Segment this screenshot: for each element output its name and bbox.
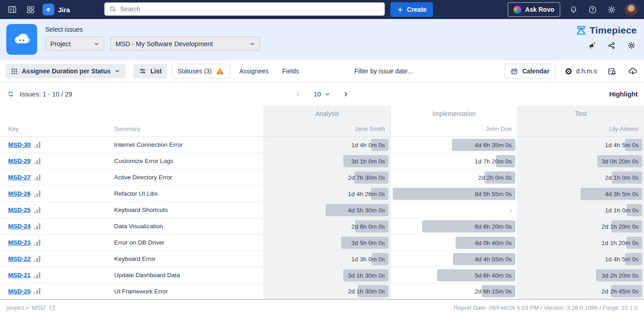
summary-column-header: Summary — [114, 106, 264, 136]
duration-cell: 4d 5h 30m 0s — [264, 202, 390, 218]
jql-text: project = 'MSD' — [6, 304, 46, 311]
fields-button[interactable]: Fields — [278, 64, 303, 78]
issue-summary: Data Visualization — [114, 218, 264, 234]
next-page-chevron[interactable] — [343, 91, 349, 97]
issue-key-link[interactable]: MSD-24 — [8, 223, 31, 230]
issue-key-link[interactable]: MSD-29 — [8, 158, 31, 164]
issue-chart-icon[interactable] — [34, 256, 41, 262]
external-link-icon[interactable] — [49, 304, 56, 311]
prev-page-chevron[interactable] — [295, 91, 301, 97]
report-toolbar: Assignee Duration per Status List Status… — [0, 60, 644, 82]
duration-cell: 1d 4h 0m 0s — [264, 137, 390, 153]
key-cell: MSD-23 — [0, 235, 114, 250]
duration-text: 4d 0h 40m 0s — [475, 239, 512, 246]
duration-cell: 3d 1h 0m 0s — [264, 153, 390, 169]
scope-dropdown[interactable]: Project — [45, 37, 104, 51]
duration-text: 2d 1h 20m 0s — [601, 223, 639, 230]
date-filter-trigger[interactable]: Filter by issue date... — [354, 67, 413, 75]
status-name: Analysis — [269, 110, 385, 117]
duration-format-toggle[interactable]: d.h.m.s — [564, 67, 597, 76]
report-info: Report Date: 09/Feb/26 5:03 PM / Version… — [454, 304, 638, 311]
issue-key-link[interactable]: MSD-25 — [8, 207, 31, 213]
warning-icon — [216, 67, 224, 76]
issue-key-link[interactable]: MSD-30 — [8, 141, 31, 148]
panel-action-icons — [587, 41, 637, 50]
duration-cell: - — [390, 202, 517, 218]
statuses-filter-button[interactable]: Statuses (3) — [172, 64, 230, 78]
settings-gear-icon[interactable] — [606, 4, 617, 15]
key-column-header: Key — [0, 106, 114, 136]
duration-text: 2d 2h 45m 0s — [601, 288, 639, 295]
table-row: MSD-27 Active Directory Error 2d 7h 30m … — [0, 169, 644, 186]
issue-chart-icon[interactable] — [34, 223, 41, 230]
ask-rovo-button[interactable]: Ask Rovo — [508, 2, 560, 17]
duration-cell: 1d 1h 0m 0s — [517, 202, 644, 218]
assignees-filter-button[interactable]: Assignees — [235, 64, 273, 78]
create-button-label: Create — [407, 6, 427, 13]
status-column-header-analysis: Analysis Jane Smith — [264, 106, 390, 136]
scheduled-report-icon[interactable] — [606, 65, 618, 77]
help-icon[interactable]: ? — [586, 4, 598, 15]
key-cell: MSD-21 — [0, 267, 114, 283]
app-name: Jira — [58, 6, 70, 14]
duration-text: 2d 2h 0m 0s — [478, 174, 512, 181]
issue-chart-icon[interactable] — [34, 142, 41, 148]
issue-key-link[interactable]: MSD-23 — [8, 239, 31, 246]
duration-text: 1d 1h 20m 0s — [601, 239, 639, 246]
search-box[interactable] — [104, 2, 385, 16]
status-column-header-test: Test Lily Adams — [517, 106, 644, 136]
table-header: Key Summary Analysis Jane Smith Implemen… — [0, 106, 644, 137]
scope-dropdown-value: Project — [50, 40, 71, 48]
issue-key-link[interactable]: MSD-21 — [8, 272, 31, 279]
project-dropdown[interactable]: MSD - My Software Development — [111, 37, 260, 51]
table-row: MSD-22 Keyboard Error 1d 3h 0m 0s 4d 4h … — [0, 251, 644, 267]
grid-icon — [11, 68, 18, 75]
report-type-dropdown[interactable]: Assignee Duration per Status — [5, 64, 125, 78]
view-list-button[interactable]: List — [134, 64, 167, 78]
duration-text: 1d 4h 5m 0s — [605, 255, 639, 262]
issue-chart-icon[interactable] — [34, 207, 41, 213]
issue-chart-icon[interactable] — [34, 174, 41, 181]
create-button[interactable]: Create — [390, 2, 433, 17]
export-cloud-download-icon[interactable] — [627, 65, 639, 77]
issue-chart-icon[interactable] — [34, 191, 41, 197]
user-avatar[interactable] — [625, 3, 638, 16]
key-cell: MSD-24 — [0, 218, 114, 234]
issue-chart-icon[interactable] — [34, 158, 41, 164]
notifications-bell-icon[interactable] — [567, 4, 579, 15]
page-size-dropdown[interactable]: 10 — [313, 91, 330, 98]
app-switcher-icon[interactable] — [24, 4, 36, 15]
issue-key-link[interactable]: MSD-20 — [8, 288, 31, 295]
fields-label: Fields — [282, 67, 299, 75]
issue-chart-icon[interactable] — [34, 288, 41, 294]
jira-home-link[interactable]: Jira — [43, 4, 70, 15]
assignee-name: Lily Adams — [523, 125, 639, 132]
share-icon[interactable] — [607, 41, 616, 50]
duration-cell: 4d 4h 55m 0s — [390, 251, 517, 267]
issues-count-group: Issues: 1 - 10 / 29 — [6, 90, 72, 98]
duration-text: 2d 1h 30m 0s — [348, 288, 385, 295]
issue-chart-icon[interactable] — [34, 272, 41, 279]
report-settings-gear-icon[interactable] — [627, 41, 636, 50]
report-table: Key Summary Analysis Jane Smith Implemen… — [0, 106, 644, 300]
issue-chart-icon[interactable] — [34, 240, 41, 246]
duration-cell: 1d 7h 20m 0s — [390, 153, 517, 169]
duration-cell: 1d 3h 0m 0s — [264, 251, 390, 267]
refresh-icon[interactable] — [6, 90, 15, 98]
duration-cell: 3d 5h 0m 0s — [264, 235, 390, 250]
issue-key-link[interactable]: MSD-27 — [8, 174, 31, 181]
status-name: Test — [523, 110, 639, 117]
sidebar-toggle-icon[interactable] — [6, 4, 18, 15]
table-row: MSD-25 Keyboard Shortcuts 4d 5h 30m 0s -… — [0, 202, 644, 218]
nav-search-area: Create — [70, 2, 467, 17]
duration-text: 3d 5h 0m 0s — [351, 239, 385, 246]
calendar-view-button[interactable]: Calendar — [505, 64, 555, 78]
search-input[interactable] — [120, 5, 380, 13]
issue-key-link[interactable]: MSD-26 — [8, 190, 31, 197]
issue-key-link[interactable]: MSD-22 — [8, 255, 31, 262]
table-row: MSD-29 Customize Error Logs 3d 1h 0m 0s … — [0, 153, 644, 169]
highlight-toggle[interactable]: Highlight — [609, 91, 638, 98]
announcement-megaphone-icon[interactable] — [587, 41, 596, 50]
timepiece-cloud-logo — [6, 24, 37, 55]
duration-cell: 2d 1h 20m 0s — [517, 218, 644, 234]
